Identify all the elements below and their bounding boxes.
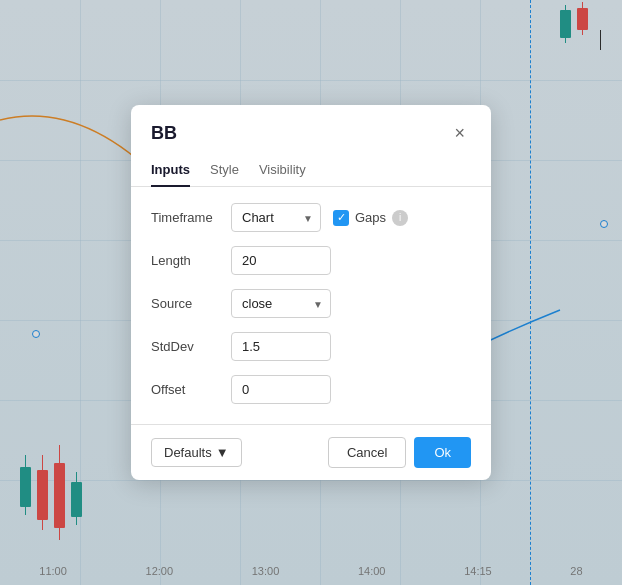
tab-inputs[interactable]: Inputs [151,154,190,187]
chevron-down-icon: ▼ [216,445,229,460]
close-button[interactable]: × [448,121,471,146]
length-row: Length [151,246,471,275]
gaps-label: Gaps [355,210,386,225]
stddev-label: StdDev [151,339,231,354]
dialog-footer: Defaults ▼ Cancel Ok [131,425,491,480]
gaps-section: ✓ Gaps i [333,210,408,226]
modal-overlay: BB × Inputs Style Visibility Timeframe [0,0,622,585]
defaults-button[interactable]: Defaults ▼ [151,438,242,467]
footer-actions: Cancel Ok [328,437,471,468]
defaults-label: Defaults [164,445,212,460]
tab-style[interactable]: Style [210,154,239,187]
stddev-row: StdDev [151,332,471,361]
timeframe-row: Timeframe Chart 1m 5m 15m 1h 4h 1D ▼ [151,203,471,232]
timeframe-label: Timeframe [151,210,231,225]
tab-visibility[interactable]: Visibility [259,154,306,187]
source-select[interactable]: close open high low hl2 hlc3 [231,289,331,318]
offset-input[interactable] [231,375,331,404]
ok-button[interactable]: Ok [414,437,471,468]
offset-label: Offset [151,382,231,397]
offset-row: Offset [151,375,471,404]
gaps-checkbox[interactable]: ✓ [333,210,349,226]
dialog-body: Timeframe Chart 1m 5m 15m 1h 4h 1D ▼ [131,187,491,420]
source-row: Source close open high low hl2 hlc3 ▼ [151,289,471,318]
length-input[interactable] [231,246,331,275]
close-icon: × [454,123,465,144]
cancel-button[interactable]: Cancel [328,437,406,468]
check-icon: ✓ [337,212,346,223]
length-label: Length [151,253,231,268]
stddev-input[interactable] [231,332,331,361]
tabs-container: Inputs Style Visibility [131,154,491,187]
info-icon[interactable]: i [392,210,408,226]
timeframe-select[interactable]: Chart 1m 5m 15m 1h 4h 1D [231,203,321,232]
source-select-wrapper: close open high low hl2 hlc3 ▼ [231,289,331,318]
source-label: Source [151,296,231,311]
timeframe-select-wrapper: Chart 1m 5m 15m 1h 4h 1D ▼ [231,203,321,232]
dialog: BB × Inputs Style Visibility Timeframe [131,105,491,480]
dialog-header: BB × [131,105,491,154]
dialog-title: BB [151,123,177,144]
